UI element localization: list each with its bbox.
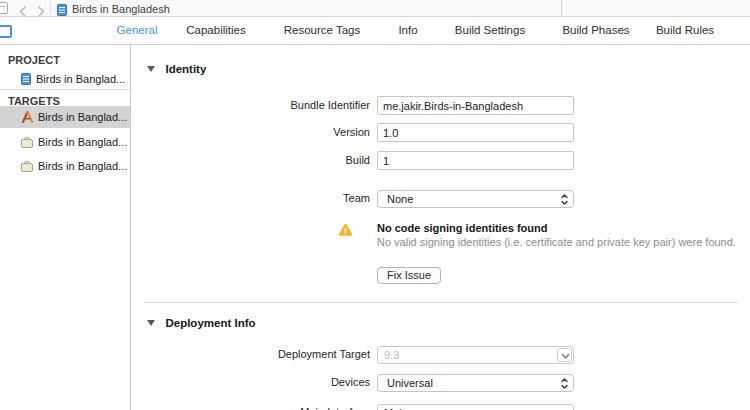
tab-build-rules[interactable]: Build Rules <box>656 24 714 36</box>
xcode-window: Birds in Bangladesh General Capabilities… <box>0 0 750 410</box>
deployment-info-section-header: Deployment Info <box>147 313 256 327</box>
app-target-icon <box>21 111 34 125</box>
project-targets-sidebar: PROJECT Birds in Banglad... TARGETS Bird… <box>0 45 131 410</box>
sidebar-item-target-tests[interactable]: Birds in Banglad... <box>0 131 130 153</box>
sidebar-item-label: Birds in Banglad... <box>36 73 125 85</box>
team-label: Team <box>170 189 370 208</box>
test-bundle-icon <box>21 161 33 174</box>
build-field[interactable] <box>377 151 574 170</box>
stepper-icon <box>560 193 569 210</box>
tab-info[interactable]: Info <box>398 24 417 36</box>
disclosure-triangle-icon[interactable] <box>147 66 155 72</box>
document-title: Birds in Bangladesh <box>72 3 170 15</box>
warning-icon: ! <box>338 222 353 240</box>
team-popup-value: None <box>387 193 413 205</box>
sidebar-item-project[interactable]: Birds in Banglad... <box>0 68 130 90</box>
titlebar-divider <box>50 2 51 14</box>
identity-section-header: Identity <box>147 59 206 73</box>
devices-row: Devices Universal <box>131 373 750 392</box>
warning-title: No code signing identities found <box>377 222 548 234</box>
show-targets-list-button[interactable] <box>0 25 12 38</box>
settings-tab-bar: General Capabilities Resource Tags Info … <box>0 17 750 45</box>
main-interface-row: Main Interface Main <box>131 403 750 410</box>
tab-resource-tags[interactable]: Resource Tags <box>284 24 361 36</box>
build-row: Build <box>131 151 750 170</box>
tab-capabilities[interactable]: Capabilities <box>186 24 245 36</box>
warning-detail: No valid signing identities (i.e. certif… <box>377 236 745 250</box>
forward-button[interactable] <box>37 3 47 14</box>
tab-general[interactable]: General <box>117 24 158 36</box>
section-title: Identity <box>165 63 206 75</box>
devices-popup-value: Universal <box>387 377 433 389</box>
stepper-icon <box>560 377 569 394</box>
sidebar-separator <box>0 89 130 90</box>
devices-popup[interactable]: Universal <box>377 374 574 392</box>
sidebar-item-label: Birds in Banglad... <box>38 136 127 148</box>
version-field[interactable] <box>377 123 574 142</box>
jump-bar: Birds in Bangladesh <box>0 0 750 17</box>
main-interface-combo[interactable]: Main <box>377 404 574 410</box>
back-button[interactable] <box>18 3 28 14</box>
sidebar-item-target-uitests[interactable]: Birds in Banglad... <box>0 155 130 177</box>
disclosure-triangle-icon[interactable] <box>147 320 155 326</box>
deployment-target-value: 9.3 <box>384 349 399 361</box>
deployment-target-combo[interactable]: 9.3 <box>377 346 574 364</box>
tab-build-settings[interactable]: Build Settings <box>455 24 525 36</box>
chevron-down-icon <box>557 348 572 362</box>
section-title: Deployment Info <box>165 317 255 329</box>
version-row: Version <box>131 123 750 142</box>
version-label: Version <box>170 123 370 142</box>
bundle-identifier-field[interactable] <box>377 96 574 115</box>
sidebar-item-label: Birds in Banglad... <box>38 160 127 172</box>
team-popup[interactable]: None <box>377 190 574 208</box>
general-settings-pane: Identity Bundle Identifier Version Build… <box>131 45 750 410</box>
project-section-header: PROJECT <box>8 54 60 66</box>
svg-text:!: ! <box>344 226 347 236</box>
fix-issue-button[interactable]: Fix Issue <box>377 267 441 284</box>
team-row: Team None <box>131 189 750 208</box>
tab-build-phases[interactable]: Build Phases <box>562 24 629 36</box>
test-bundle-icon <box>21 137 33 150</box>
section-divider <box>145 302 738 303</box>
deployment-target-label: Deployment Target <box>170 345 370 364</box>
build-label: Build <box>170 151 370 170</box>
deployment-target-row: Deployment Target 9.3 <box>131 345 750 364</box>
xcodeproj-file-icon <box>21 73 31 87</box>
sidebar-item-target-app[interactable]: Birds in Banglad... <box>0 106 130 128</box>
bundle-identifier-label: Bundle Identifier <box>170 96 370 115</box>
jump-bar-divider <box>561 0 562 17</box>
bundle-identifier-row: Bundle Identifier <box>131 96 750 115</box>
devices-label: Devices <box>170 373 370 392</box>
related-items-icon[interactable] <box>0 2 8 14</box>
sidebar-item-label: Birds in Banglad... <box>38 111 127 123</box>
main-interface-label: Main Interface <box>170 403 370 410</box>
